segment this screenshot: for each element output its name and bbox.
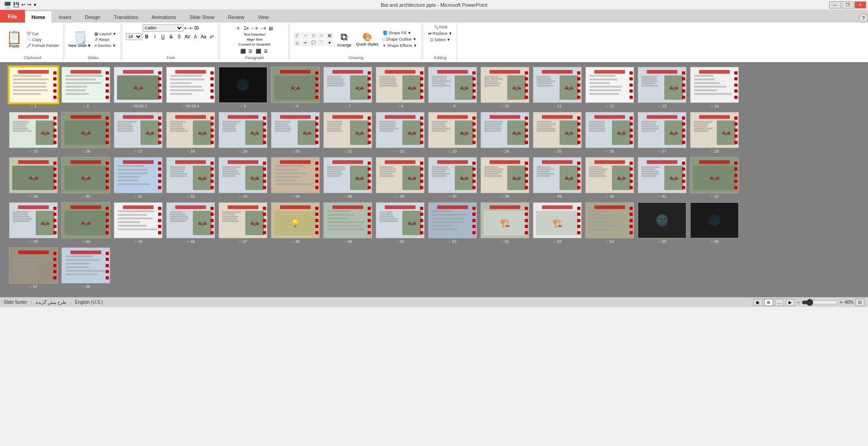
strikethrough-button[interactable]: S (168, 33, 175, 40)
decrease-indent-button[interactable]: ←≡ (251, 24, 258, 32)
slide-thumb[interactable]: ☆14 (690, 67, 739, 108)
layout-button[interactable]: ▦ Layout ▼ (93, 31, 118, 37)
slide-thumb[interactable]: 🦇☆35 (323, 157, 372, 199)
slide-thumb[interactable]: ☆58 (61, 247, 110, 289)
slide-thumb[interactable]: ☆49 (323, 202, 372, 244)
italic-button[interactable]: I (151, 33, 159, 40)
shape-arrow2-btn[interactable]: ⇒ (302, 40, 309, 46)
bullets-button[interactable]: ≡ (234, 24, 242, 32)
tab-transitions[interactable]: Transitions (107, 11, 145, 23)
slide-thumb[interactable]: ☆2 (61, 67, 110, 108)
columns-button[interactable]: ▤ (267, 24, 274, 32)
align-text-button[interactable]: Align Text (247, 37, 262, 42)
tab-review[interactable]: Review (221, 11, 251, 23)
tab-design[interactable]: Design (78, 11, 107, 23)
shape-outline-button[interactable]: □ Shape Outline ▼ (381, 37, 419, 42)
copy-button[interactable]: 📄 Copy (25, 37, 61, 42)
slide-thumb[interactable]: 🦇☆25 (533, 112, 582, 153)
shape-more-btn[interactable]: ▤ (326, 33, 333, 39)
slide-thumb[interactable]: ☆54 (585, 202, 634, 244)
slide-thumb[interactable]: 🦇☆29 (9, 157, 58, 199)
tab-home[interactable]: Home (25, 11, 52, 23)
slide-thumb[interactable]: 🦇☆47 (219, 202, 267, 244)
section-button[interactable]: ≡ Section ▼ (93, 43, 118, 48)
normal-view-button[interactable]: ▣ (753, 299, 762, 306)
shape-line-btn[interactable]: ╱ (294, 33, 301, 39)
paste-button[interactable]: 📋 Paste (5, 30, 24, 49)
underline-button[interactable]: U (159, 33, 167, 40)
align-center-button[interactable]: ☰ (247, 47, 254, 55)
slide-thumb[interactable]: 🦇☆36 (376, 157, 425, 199)
align-right-button[interactable]: ⬛ (255, 47, 262, 55)
close-button[interactable]: ✕ (854, 1, 866, 9)
font-color-button[interactable]: A (192, 33, 199, 40)
tab-animations[interactable]: Animations (145, 11, 182, 23)
slide-thumb[interactable]: 🦇☆17 (114, 112, 163, 153)
shape-tri-btn[interactable]: △ (294, 40, 301, 46)
slide-thumb[interactable]: 🦇☆21 (323, 112, 372, 153)
format-painter-button[interactable]: 🖌️ Format Painter (25, 43, 61, 48)
slide-thumb[interactable]: 🦇☆37 (428, 157, 477, 199)
shape-rect-btn[interactable]: □ (310, 33, 317, 39)
slide-thumb[interactable]: 🦇☆23 (428, 112, 477, 153)
shape-callout-btn[interactable]: 💬 (310, 40, 317, 46)
slide-thumb[interactable]: 🦇☆20 (271, 112, 320, 153)
slide-thumb[interactable]: 🦇☆46 (166, 202, 215, 244)
slide-thumb[interactable]: 🦇☆18 (166, 112, 215, 153)
text-shadow-button[interactable]: S (176, 33, 183, 40)
slide-thumb[interactable]: 🦇☆42 (690, 157, 739, 199)
slide-thumb[interactable]: 🌑☆56 (690, 202, 739, 244)
font-size-select[interactable]: 18 (126, 33, 142, 40)
slide-thumb[interactable]: 🦇☆15 (9, 112, 58, 153)
arrange-button[interactable]: ⧉ Arrange (337, 31, 351, 47)
slide-thumb[interactable]: 🦇☆13 (638, 67, 686, 108)
slide-thumb[interactable]: 🦇☆41 (638, 157, 686, 199)
save-icon[interactable]: 💾 (13, 2, 19, 8)
shape-connector-btn[interactable]: ⌒ (318, 40, 325, 46)
slide-thumb[interactable]: 🦇☆11 (533, 67, 582, 108)
reading-view-button[interactable]: 📖 (775, 299, 784, 306)
superscript-button[interactable]: x² (208, 33, 215, 40)
slide-thumb[interactable]: ☆31 (114, 157, 163, 199)
slide-thumb[interactable]: 🦇☆00:053 (114, 67, 163, 108)
justify-button[interactable]: ☰ (262, 47, 270, 55)
slide-thumb[interactable]: 🦇☆38 (481, 157, 529, 199)
slide-thumb[interactable]: 🏗️☆53 (533, 202, 582, 244)
clear-format-button[interactable]: ⌧ (194, 26, 199, 30)
shape-arrow-btn[interactable]: → (302, 33, 309, 39)
slide-thumb[interactable]: 🏗️☆52 (481, 202, 529, 244)
shape-star-btn[interactable]: ★ (326, 40, 333, 46)
decrease-font-button[interactable]: A↓ (189, 26, 193, 30)
slide-thumb[interactable]: 🦇☆24 (481, 112, 529, 153)
slide-thumb[interactable]: ☆00:054 (166, 67, 215, 108)
bold-button[interactable]: B (143, 33, 150, 40)
char-spacing-button[interactable]: AV (184, 33, 191, 40)
quick-styles-button[interactable]: 🎨 Quick Styles (356, 32, 378, 46)
help-button[interactable]: ? (859, 14, 868, 23)
slide-thumb[interactable]: 🦇☆9 (428, 67, 477, 108)
undo-icon[interactable]: ↩ (21, 2, 25, 8)
slide-thumb[interactable]: 🦇☆50 (376, 202, 425, 244)
slide-thumb[interactable]: 🦇☆16 (61, 112, 110, 153)
slide-thumb[interactable]: 🦇☆43 (9, 202, 58, 244)
new-slide-button[interactable]: 🗒️ New Slide▼ (69, 32, 91, 48)
minimize-button[interactable]: — (829, 1, 841, 9)
slide-thumb[interactable]: 🦇☆30 (61, 157, 110, 199)
increase-indent-button[interactable]: →≡ (259, 24, 266, 32)
text-direction-button[interactable]: Text Direction (243, 33, 265, 37)
tab-file[interactable]: File (0, 10, 25, 23)
shape-effects-button[interactable]: ✦ Shape Effects ▼ (381, 43, 419, 48)
customize-qat-icon[interactable]: ▼ (33, 3, 37, 7)
slide-thumb[interactable]: ☆34 (271, 157, 320, 199)
maximize-button[interactable]: ❐ (842, 1, 854, 9)
slide-thumb[interactable]: ☆1 (9, 67, 58, 108)
slide-thumb[interactable]: 🦇☆28 (690, 112, 739, 153)
slide-thumb[interactable]: 🦇☆7 (323, 67, 372, 108)
find-button[interactable]: 🔍 Find (432, 24, 449, 30)
slide-thumb[interactable]: 🌑☆5 (219, 67, 267, 108)
slide-thumb[interactable]: ☆51 (428, 202, 477, 244)
shape-fill-button[interactable]: 🪣 Shape Fill ▼ (381, 30, 419, 36)
convert-smartart-button[interactable]: Convert to SmartArt (238, 42, 271, 46)
slide-thumb[interactable]: 🌚☆55 (638, 202, 686, 244)
slide-thumb[interactable]: 🦇☆39 (533, 157, 582, 199)
